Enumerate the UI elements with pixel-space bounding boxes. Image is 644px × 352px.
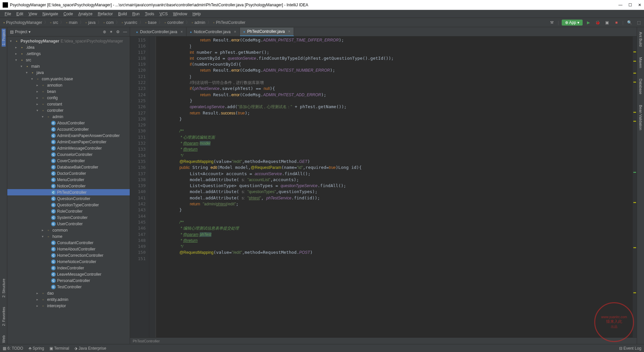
breadcrumb-item[interactable]: ▫ com [102,20,115,25]
tree-node[interactable]: CDatabaseBakController [7,164,130,170]
run-config-button[interactable]: ⊕ App ▾ [562,20,583,26]
coverage-icon[interactable]: ▣ [604,19,610,26]
breadcrumb-item[interactable]: ▫ admin [190,20,207,25]
tree-node[interactable]: CPhTestController [7,189,130,195]
menu-refactor[interactable]: Refactor [95,11,115,17]
tree-node[interactable]: CAccountController [7,126,130,132]
tree-node[interactable]: CAdminExamPaperAnswerController [7,132,130,139]
tree-node[interactable]: CRoleController [7,208,130,214]
tree-node[interactable]: CSystemController [7,214,130,221]
settings-icon[interactable]: ⚙ [116,30,120,34]
tree-node[interactable]: ▾▪src [7,57,130,63]
menu-vcs[interactable]: VCS [157,11,171,17]
tool-tab-ant[interactable]: Ant Build [639,31,643,48]
menu-edit[interactable]: Edit [14,11,26,17]
breadcrumb-item[interactable]: ▪ PsychologyManager [2,20,43,25]
run-icon[interactable]: ▶ [585,19,592,26]
tree-node[interactable]: ▸▫interceptor [7,303,130,309]
tree-node[interactable]: ▾▫home [7,233,130,240]
tree-node[interactable]: ▸▫dao [7,290,130,296]
menu-code[interactable]: Code [61,11,76,17]
tree-node[interactable]: ▸▫annotion [7,82,130,88]
breadcrumb-item[interactable]: ▫ PhTestController [212,20,247,25]
breadcrumb-item[interactable]: ▫ src [49,20,59,25]
editor-tab[interactable]: ●DoctorController.java× [133,28,186,36]
tool-tab-database[interactable]: Database [639,77,643,96]
tree-node[interactable]: CPersonalController [7,277,130,284]
menu-tools[interactable]: Tools [142,11,157,17]
tree-node[interactable]: CQuestionTypeController [7,202,130,208]
tree-node[interactable]: ▾▫controller [7,107,130,113]
menu-help[interactable]: Help [190,11,203,17]
breadcrumb-item[interactable]: ▫ controller [163,20,185,25]
tree-node[interactable]: CNoticeController [7,183,130,189]
debug-icon[interactable]: 🐞 [595,19,601,26]
tree-node[interactable]: CHomeAboutController [7,246,130,252]
tool-tab-bean[interactable]: Bean Validation [639,104,643,131]
menu-analyze[interactable]: Analyze [76,11,95,17]
tree-node[interactable]: ▾▪main [7,63,130,69]
tree-node[interactable]: ▸▫constant [7,101,130,107]
tree-node[interactable]: ▸▫common [7,227,130,233]
menu-view[interactable]: View [26,11,40,17]
menu-window[interactable]: Window [170,11,190,17]
tree-node[interactable]: CMenuController [7,176,130,183]
editor-tab[interactable]: ●PhTestController.java× [240,28,294,36]
breadcrumb-item[interactable]: ▫ main [65,20,79,25]
breadcrumb-item[interactable]: ▫ yuanlrc [120,20,139,25]
code-editor[interactable]: return Result.error(CodeMsg.ADMIN_PHTEST… [156,36,633,337]
tree-node[interactable]: ▸▫bean [7,88,130,95]
breadcrumb-item[interactable]: ▫ base [144,20,158,25]
tree-node[interactable]: CDoctorController [7,170,130,176]
fold-gutter[interactable] [149,36,156,337]
tool-tab-web[interactable]: Web [2,334,6,344]
breadcrumb-item[interactable]: ▫ java [84,20,97,25]
tree-node[interactable]: CLeaveMessageController [7,271,130,277]
menu-navigate[interactable]: Navigate [40,11,61,17]
maximize-button[interactable]: ☐ [628,3,632,7]
error-stripe[interactable] [633,36,637,337]
menu-build[interactable]: Build [115,11,130,17]
tree-node[interactable]: CTestController [7,284,130,290]
tool-tab-spring[interactable]: ⬘ Spring [29,346,44,351]
tree-node[interactable]: ▾▫admin [7,113,130,120]
tree-node[interactable]: CConsultantController [7,240,130,246]
tree-node[interactable]: ▾▪java [7,69,130,76]
tree-node[interactable]: CAdminMessageController [7,145,130,151]
settings-icon[interactable]: ⬚ [635,19,642,26]
tree-node[interactable]: ▸▫entity.admin [7,296,130,303]
tree-node[interactable]: ▸▪.settings [7,50,130,57]
tree-node[interactable]: CAboutController [7,120,130,126]
tool-tab-structure[interactable]: 2: Structure [2,277,6,299]
tree-node[interactable]: ▾▫com.yuanlrc.base [7,76,130,82]
project-view-selector[interactable]: ▤ Project ▾ [10,30,31,34]
project-tree[interactable]: ▾▪ PsychologyManager E:\idea_space\Psych… [7,36,130,344]
hide-icon[interactable]: — [123,30,127,34]
build-icon[interactable]: ⚒ [548,19,555,26]
tree-node[interactable]: CCounselorController [7,151,130,158]
tool-tab-maven[interactable]: Maven [639,56,643,69]
tree-node[interactable]: CIndexController [7,265,130,271]
tree-node[interactable]: CHomeCorrectionController [7,252,130,258]
event-log-button[interactable]: ⊟ Event Log [619,346,641,351]
tool-tab-project[interactable]: 1: Project [2,29,6,46]
tool-tab-favorites[interactable]: 2: Favorites [2,306,6,327]
tree-root[interactable]: ▾▪ PsychologyManager E:\idea_space\Psych… [7,38,130,44]
line-gutter[interactable]: 115 116 117 118 119 120 121 122 123 124 … [130,36,149,337]
tree-node[interactable]: CAdminExamPaperController [7,139,130,145]
collapse-icon[interactable]: ✶ [109,30,113,34]
close-tab-icon[interactable]: × [234,30,236,34]
tool-tab-todo[interactable]: ▦ 6: TODO [3,346,23,351]
minimize-button[interactable]: — [618,3,622,7]
close-tab-icon[interactable]: × [180,30,183,34]
locate-icon[interactable]: ⊕ [103,30,106,34]
tool-tab-javaee[interactable]: ⬗ Java Enterprise [74,346,106,351]
editor-tab[interactable]: ●NoticeController.java× [186,28,240,36]
editor-breadcrumb[interactable]: PhTestController [130,337,637,344]
menu-file[interactable]: File [2,11,14,17]
tree-node[interactable]: ▸▫config [7,95,130,101]
search-icon[interactable]: 🔍 [626,19,633,26]
tree-node[interactable]: ▸▪.idea [7,44,130,50]
menu-run[interactable]: Run [130,11,142,17]
close-button[interactable]: ✕ [638,3,641,7]
